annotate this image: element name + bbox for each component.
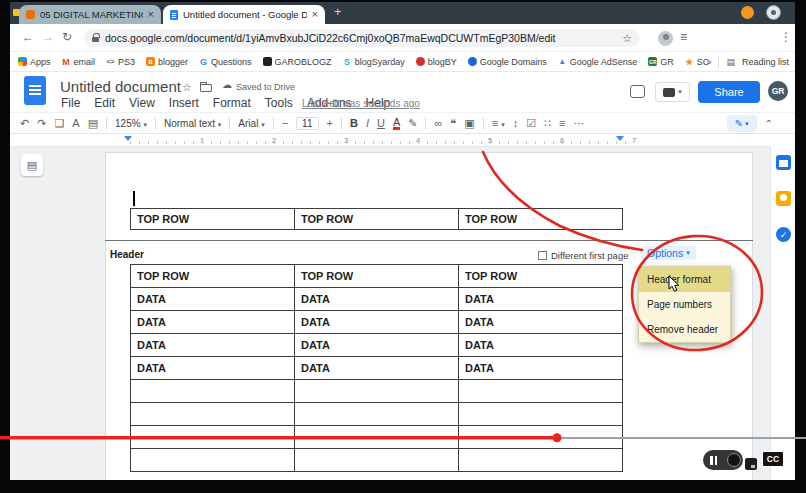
insert-image-icon[interactable]: ▣ (464, 117, 474, 130)
table-cell[interactable]: TOP ROW (295, 265, 459, 288)
right-margin-marker[interactable] (616, 136, 624, 145)
print-icon[interactable]: ❏ (54, 117, 64, 130)
table-cell[interactable] (295, 380, 459, 403)
bookmark-ps3[interactable]: <>PS3 (106, 57, 135, 67)
cc-button[interactable]: CC (762, 451, 784, 467)
checklist-icon[interactable]: ☑ (526, 117, 536, 130)
more-options-icon[interactable]: ⋯ (573, 117, 584, 130)
highlight-button[interactable]: ✎ (408, 117, 417, 130)
table-cell[interactable] (131, 403, 295, 426)
font-size-increase[interactable]: + (327, 117, 333, 129)
browser-menu-icon[interactable]: ⋮ (780, 30, 792, 44)
bold-button[interactable]: B (350, 117, 358, 129)
editing-mode-button[interactable]: ✎▾ (727, 115, 757, 132)
address-bar[interactable]: docs.google.com/document/d/1yiAmvBxubJCi… (84, 29, 640, 47)
table-cell[interactable]: DATA (459, 288, 623, 311)
bookmark-questions[interactable]: GQuestions (199, 57, 252, 67)
table-cell[interactable]: DATA (131, 357, 295, 380)
italic-button[interactable]: I (366, 117, 369, 129)
table-cell[interactable] (295, 426, 459, 449)
text-color-button[interactable]: A (393, 117, 400, 130)
table-cell[interactable] (131, 449, 295, 472)
menu-insert[interactable]: Insert (169, 96, 199, 110)
table-cell[interactable]: DATA (131, 334, 295, 357)
document-title[interactable]: Untitled document (60, 78, 181, 95)
left-margin-marker[interactable] (124, 136, 132, 145)
font-select[interactable]: Arial ▾ (238, 118, 264, 129)
forward-button[interactable]: → (42, 30, 54, 44)
profile-avatar-icon[interactable] (658, 31, 673, 46)
bookmark-google-domains[interactable]: Google Domains (468, 57, 547, 67)
move-folder-icon[interactable] (200, 84, 212, 92)
table-cell[interactable]: DATA (131, 311, 295, 334)
reading-list-icon[interactable]: ≡ (680, 30, 687, 44)
new-tab-button[interactable]: + (334, 4, 342, 19)
bookmark-garoblogz[interactable]: GAROBLOGZ (263, 57, 332, 67)
menu-view[interactable]: View (129, 96, 155, 110)
menu-item-header-format[interactable]: Header format (639, 267, 730, 292)
table-cell[interactable]: DATA (295, 357, 459, 380)
google-docs-icon[interactable] (24, 76, 46, 105)
different-first-page-checkbox[interactable] (538, 251, 547, 260)
bullet-list-icon[interactable]: ∷ (544, 117, 551, 130)
account-avatar[interactable]: GR (768, 81, 788, 101)
table-cell[interactable]: TOP ROW (131, 265, 295, 288)
bookmark-gr[interactable]: GRGR (648, 57, 674, 67)
undo-icon[interactable]: ↶ (20, 117, 29, 130)
header-table[interactable]: TOP ROW TOP ROW TOP ROW (130, 208, 623, 230)
bookmark-blogby[interactable]: blogBY (416, 57, 457, 67)
bookmark-apps[interactable]: Apps (18, 57, 51, 67)
redo-icon[interactable]: ↷ (37, 117, 46, 130)
paint-format-icon[interactable]: ▤ (88, 117, 98, 130)
align-icon[interactable]: ≡ ▾ (492, 117, 505, 129)
zoom-select[interactable]: 125% ▾ (115, 118, 147, 129)
close-icon[interactable]: × (312, 9, 318, 20)
star-document-icon[interactable]: ☆ (182, 81, 192, 94)
table-cell[interactable]: DATA (459, 311, 623, 334)
table-cell[interactable]: TOP ROW (459, 265, 623, 288)
menu-edit[interactable]: Edit (94, 96, 115, 110)
body-table[interactable]: TOP ROW TOP ROW TOP ROW DATA DATA DATA D… (130, 264, 623, 472)
table-cell[interactable]: TOP ROW (131, 209, 295, 230)
table-cell[interactable]: DATA (131, 288, 295, 311)
url-text[interactable]: docs.google.com/document/d/1yiAmvBxubJCi… (105, 32, 616, 44)
bookmark-blogger[interactable]: Bblogger (146, 57, 188, 67)
menu-tools[interactable]: Tools (265, 96, 293, 110)
menu-file[interactable]: File (61, 96, 80, 110)
table-cell[interactable]: DATA (459, 357, 623, 380)
last-edit-link[interactable]: Last edit was seconds ago (302, 98, 420, 109)
reload-button[interactable]: ↻ (62, 30, 72, 44)
keep-icon[interactable] (776, 191, 791, 206)
bookmark-google-adsense[interactable]: ▲Google AdSense (558, 57, 638, 67)
table-cell[interactable] (459, 449, 623, 472)
table-cell[interactable] (459, 380, 623, 403)
style-select[interactable]: Normal text ▾ (164, 118, 221, 129)
bookmarks-overflow-icon[interactable]: » (706, 57, 711, 67)
insert-link-icon[interactable]: ∞ (434, 117, 442, 129)
back-button[interactable]: ← (22, 30, 34, 44)
tab-digital-marketing[interactable]: 05 DIGITAL MARKETING - Googl × (19, 5, 161, 24)
hide-menus-icon[interactable]: ⌃ (765, 118, 773, 129)
table-cell[interactable] (131, 426, 295, 449)
table-cell[interactable] (295, 403, 459, 426)
underline-button[interactable]: U (377, 117, 385, 129)
table-cell[interactable]: TOP ROW (459, 209, 623, 230)
table-cell[interactable] (459, 426, 623, 449)
table-cell[interactable] (295, 449, 459, 472)
font-size-decrease[interactable]: − (282, 117, 288, 129)
present-button[interactable]: ▾ (655, 82, 690, 102)
table-cell[interactable] (459, 403, 623, 426)
miniplayer-icon[interactable] (745, 458, 757, 470)
table-cell[interactable]: DATA (459, 334, 623, 357)
close-icon[interactable]: × (148, 9, 154, 20)
reading-list-button[interactable]: Reading list (742, 57, 789, 67)
table-cell[interactable]: TOP ROW (295, 209, 459, 230)
table-cell[interactable]: DATA (295, 334, 459, 357)
header-options-button[interactable]: Options ▾ (641, 246, 696, 260)
tab-untitled-document[interactable]: Untitled document - Google Do × (163, 5, 325, 24)
show-outline-button[interactable]: ▤ (21, 154, 43, 176)
menu-format[interactable]: Format (213, 96, 251, 110)
table-cell[interactable] (131, 380, 295, 403)
comments-icon[interactable] (630, 85, 645, 98)
calendar-icon[interactable] (776, 155, 791, 170)
